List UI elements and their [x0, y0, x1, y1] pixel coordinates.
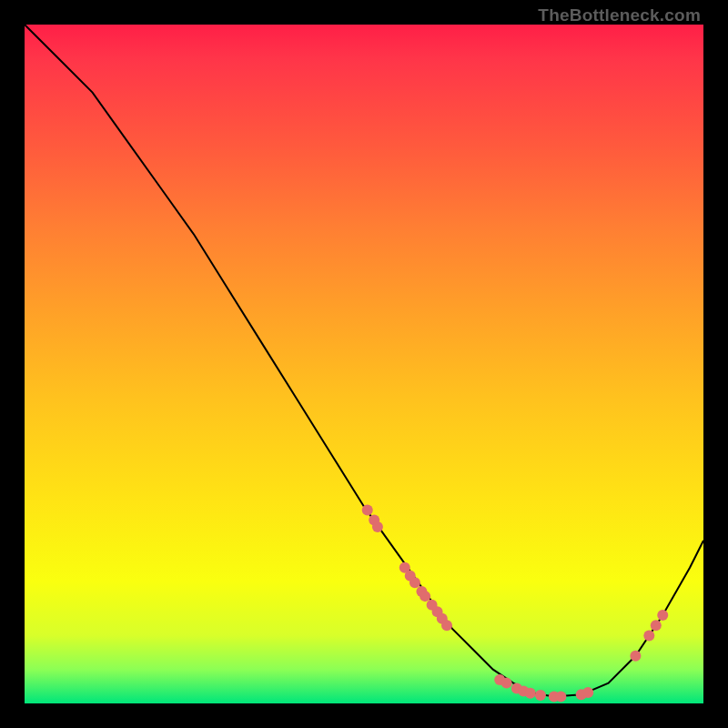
data-marker — [420, 591, 430, 602]
marker-group — [362, 504, 669, 702]
chart-container: TheBottleneck.com — [0, 0, 728, 728]
data-marker — [362, 504, 373, 515]
data-marker — [525, 688, 536, 699]
bottleneck-curve — [25, 25, 703, 697]
plot-area — [25, 25, 703, 703]
data-marker — [582, 687, 593, 698]
chart-svg — [25, 25, 703, 703]
data-marker — [372, 521, 383, 532]
data-marker — [535, 690, 546, 701]
data-marker — [643, 630, 654, 641]
data-marker — [630, 651, 641, 662]
data-marker — [657, 610, 668, 621]
data-marker — [410, 577, 420, 588]
watermark-text: TheBottleneck.com — [538, 5, 701, 25]
data-marker — [441, 620, 452, 631]
data-marker — [501, 678, 512, 689]
data-marker — [651, 620, 662, 631]
data-marker — [555, 692, 566, 703]
